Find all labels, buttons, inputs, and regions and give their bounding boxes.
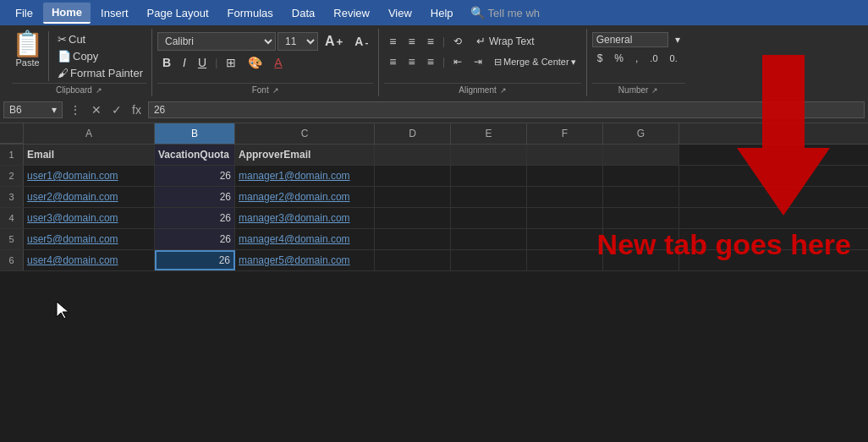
menu-review[interactable]: Review — [325, 3, 378, 23]
align-center-button[interactable]: ≡ — [404, 52, 420, 71]
increase-font-button[interactable]: A+ — [320, 31, 348, 52]
cell-c3[interactable]: manager2@domain.com — [235, 187, 375, 207]
cell-b6[interactable]: 26 — [155, 250, 235, 270]
alignment-expander[interactable]: ↗ — [500, 86, 507, 95]
cell-a4[interactable]: user3@domain.com — [24, 208, 155, 228]
paste-button[interactable]: 📋 Paste — [12, 31, 49, 81]
align-left-button[interactable]: ≡ — [384, 52, 401, 71]
col-header-g[interactable]: G — [603, 123, 679, 144]
menu-insert[interactable]: Insert — [92, 3, 137, 23]
decrease-decimal-button[interactable]: 0. — [665, 51, 683, 66]
cell-c6[interactable]: manager5@domain.com — [235, 250, 375, 270]
cell-a6[interactable]: user4@domain.com — [24, 250, 155, 270]
col-header-c[interactable]: C — [235, 123, 375, 144]
row-header-6[interactable]: 6 — [0, 250, 24, 270]
cell-b5[interactable]: 26 — [155, 229, 235, 249]
col-header-e[interactable]: E — [451, 123, 527, 144]
merge-center-dropdown[interactable]: ▾ — [571, 57, 576, 68]
insert-function-button[interactable]: fx — [129, 101, 145, 118]
wrap-text-button[interactable]: ↵ Wrap Text — [469, 31, 542, 51]
percent-button[interactable]: % — [609, 50, 629, 67]
cell-e6[interactable] — [451, 250, 527, 270]
cell-d4[interactable] — [375, 208, 451, 228]
align-top-right-button[interactable]: ≡ — [422, 32, 439, 51]
format-painter-button[interactable]: 🖌 Format Painter — [54, 65, 146, 81]
confirm-formula-button[interactable]: ✓ — [108, 101, 125, 118]
font-name-select[interactable]: Calibri — [157, 32, 276, 51]
number-expander[interactable]: ↗ — [651, 86, 658, 95]
comma-button[interactable]: , — [630, 50, 643, 67]
copy-button[interactable]: 📄 Copy — [54, 48, 146, 64]
col-header-d[interactable]: D — [375, 123, 451, 144]
cell-e4[interactable] — [451, 208, 527, 228]
col-header-b[interactable]: B — [155, 123, 235, 144]
cell-f3[interactable] — [527, 187, 603, 207]
cell-b2[interactable]: 26 — [155, 166, 235, 186]
increase-indent-button[interactable]: ⇥ — [469, 53, 487, 70]
row-header-5[interactable]: 5 — [0, 229, 24, 249]
cell-a1[interactable]: Email — [24, 145, 155, 165]
cell-e5[interactable] — [451, 229, 527, 249]
cell-d2[interactable] — [375, 166, 451, 186]
cell-c4[interactable]: manager3@domain.com — [235, 208, 375, 228]
row-header-4[interactable]: 4 — [0, 208, 24, 228]
cell-d1[interactable] — [375, 145, 451, 165]
cell-d5[interactable] — [375, 229, 451, 249]
cell-ref-dropdown[interactable]: ▾ — [52, 104, 57, 116]
font-expander[interactable]: ↗ — [272, 86, 279, 95]
align-right-button[interactable]: ≡ — [422, 52, 439, 71]
fill-color-button[interactable]: 🎨 — [243, 53, 267, 72]
clipboard-expander[interactable]: ↗ — [96, 86, 102, 95]
cell-c5[interactable]: manager4@domain.com — [235, 229, 375, 249]
cell-c1[interactable]: ApproverEmail — [235, 145, 375, 165]
row-header-2[interactable]: 2 — [0, 166, 24, 186]
cell-g3[interactable] — [603, 187, 679, 207]
row-header-3[interactable]: 3 — [0, 187, 24, 207]
cell-a3[interactable]: user2@domain.com — [24, 187, 155, 207]
align-top-left-button[interactable]: ≡ — [384, 32, 401, 51]
col-header-a[interactable]: A — [24, 123, 155, 144]
font-color-button[interactable]: A — [269, 53, 287, 72]
align-top-center-button[interactable]: ≡ — [404, 32, 420, 51]
menu-page-layout[interactable]: Page Layout — [139, 3, 217, 23]
cell-reference-box[interactable]: B6 ▾ — [3, 101, 63, 118]
cell-g4[interactable] — [603, 208, 679, 228]
menu-home[interactable]: Home — [43, 3, 91, 24]
cell-g6[interactable] — [603, 250, 679, 270]
corner-cell[interactable] — [0, 123, 24, 144]
currency-button[interactable]: $ — [592, 50, 608, 67]
cell-g2[interactable] — [603, 166, 679, 186]
cell-f2[interactable] — [527, 166, 603, 186]
cell-f4[interactable] — [527, 208, 603, 228]
cell-a5[interactable]: user5@domain.com — [24, 229, 155, 249]
cell-e1[interactable] — [451, 145, 527, 165]
cell-e2[interactable] — [451, 166, 527, 186]
dots-menu[interactable]: ⋮ — [66, 103, 85, 117]
formula-input[interactable] — [148, 101, 865, 118]
decrease-font-button[interactable]: A- — [349, 32, 373, 51]
borders-button[interactable]: ⊞ — [221, 53, 241, 72]
font-size-select[interactable]: 11 — [277, 32, 318, 51]
merge-center-button[interactable]: ⊟ Merge & Center ▾ — [489, 54, 581, 70]
orientation-button[interactable]: ⟲ — [448, 33, 467, 50]
menu-view[interactable]: View — [380, 3, 420, 23]
menu-formulas[interactable]: Formulas — [219, 3, 282, 23]
cell-f6[interactable] — [527, 250, 603, 270]
cell-f5[interactable] — [527, 229, 603, 249]
row-header-1[interactable]: 1 — [0, 145, 24, 165]
cell-g1[interactable] — [603, 145, 679, 165]
cell-c2[interactable]: manager1@domain.com — [235, 166, 375, 186]
number-format-input[interactable] — [592, 32, 668, 47]
italic-button[interactable]: I — [178, 53, 191, 72]
cell-e3[interactable] — [451, 187, 527, 207]
cell-f1[interactable] — [527, 145, 603, 165]
cell-b4[interactable]: 26 — [155, 208, 235, 228]
menu-file[interactable]: File — [7, 3, 41, 23]
number-format-dropdown[interactable]: ▾ — [670, 31, 685, 48]
cell-a2[interactable]: user1@domain.com — [24, 166, 155, 186]
bold-button[interactable]: B — [157, 53, 176, 72]
underline-button[interactable]: U — [193, 53, 212, 72]
menu-data[interactable]: Data — [283, 3, 323, 23]
col-header-f[interactable]: F — [527, 123, 603, 144]
cell-b1[interactable]: VacationQuota — [155, 145, 235, 165]
